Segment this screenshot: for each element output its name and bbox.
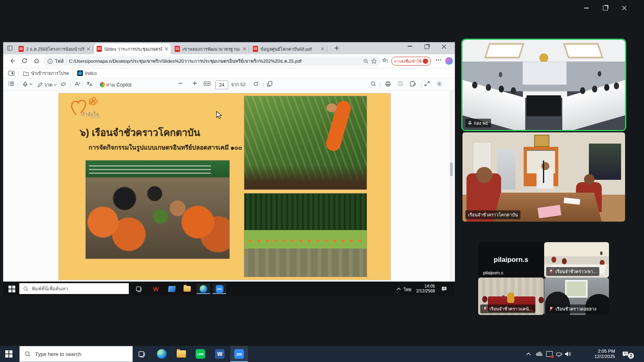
tab-close-icon[interactable] bbox=[165, 47, 168, 51]
highlight-button[interactable] bbox=[22, 81, 33, 87]
chevron-down-icon[interactable] bbox=[29, 82, 33, 86]
tab-close-icon[interactable] bbox=[243, 47, 246, 51]
task-view-button[interactable] bbox=[133, 346, 151, 362]
shared-clock[interactable]: 14:05 2/12/2568 bbox=[416, 284, 435, 293]
browser-tab-2-active[interactable]: Slides วาระการประชุมเกษตรอินทรีย์เข bbox=[94, 43, 171, 54]
video-tile-pilaiporn-camera-off[interactable]: pilaiporn.s pilaiporn.s bbox=[478, 242, 544, 278]
edge-browser-icon bbox=[157, 349, 167, 359]
refresh-button[interactable] bbox=[21, 58, 28, 64]
tab-actions-icon[interactable] bbox=[7, 45, 13, 51]
gear-icon bbox=[436, 81, 442, 87]
tray-expand-button[interactable] bbox=[523, 346, 534, 362]
zoom-out-icon[interactable] bbox=[363, 58, 369, 64]
fullscreen-button[interactable] bbox=[424, 81, 430, 86]
shared-time: 14:05 bbox=[416, 284, 435, 288]
shared-zoom-app-icon[interactable]: zm bbox=[213, 284, 226, 294]
tab-close-icon[interactable] bbox=[87, 47, 90, 51]
shared-edge-icon[interactable] bbox=[196, 284, 210, 294]
plus-icon bbox=[334, 45, 339, 51]
shared-search-placeholder: พิมพ์ที่นี่เพื่อค้นหา bbox=[32, 285, 68, 292]
cloud-icon bbox=[535, 352, 543, 356]
taskbar-time: 2:05 PM bbox=[588, 349, 615, 354]
video-tile-doi-hang[interactable]: เรือนชั่วคราวดอยฮาง bbox=[544, 278, 609, 315]
profile-avatar[interactable] bbox=[445, 57, 453, 65]
scene-tv bbox=[526, 95, 561, 116]
pdf-settings-button[interactable] bbox=[436, 81, 442, 87]
address-bar[interactable]: ไฟล์ C:/Users/pornnapa.n/Desktop/ประชุมเ… bbox=[43, 56, 381, 66]
draw-button[interactable]: วาด bbox=[37, 81, 57, 88]
save-as-button[interactable] bbox=[410, 81, 416, 87]
browser-tab-1[interactable]: 2 ธ.ค.2568โครงการน้อมนำปรัชญาปรั bbox=[16, 43, 93, 54]
translate-icon bbox=[86, 81, 93, 87]
chevron-down-icon[interactable] bbox=[54, 83, 57, 86]
import-favorites-item[interactable]: นำเข้ารายการโปรด bbox=[23, 70, 69, 77]
edge-taskbar-icon[interactable] bbox=[153, 346, 171, 362]
line-taskbar-icon[interactable]: LINE bbox=[192, 346, 209, 362]
shared-language-indicator[interactable]: ไทย bbox=[404, 286, 411, 293]
rotate-button[interactable] bbox=[253, 81, 259, 87]
window-minimize-button[interactable] bbox=[579, 3, 594, 13]
video-tile-kok-ta-ban[interactable]: เรือนจำชั่วคราวโคกตาบัน bbox=[462, 132, 625, 222]
pdf-scrollbar[interactable] bbox=[450, 91, 453, 282]
video-tile-khae-noi[interactable]: เรือนจำชั่วคราวแคน้... bbox=[478, 278, 544, 315]
slide-photo-field-work bbox=[244, 193, 367, 277]
read-aloud-button[interactable] bbox=[74, 81, 80, 87]
shared-start-button[interactable] bbox=[5, 284, 19, 294]
scrollbar-thumb[interactable] bbox=[450, 162, 453, 176]
video-tile-khao[interactable]: เรือนจำชั่วคราวเขา... bbox=[544, 242, 609, 278]
slide-subtitle: การจัดกิจกรรมในรูปแบบเกษตรอินทรีย์ปลอดสา… bbox=[89, 142, 249, 152]
settings-menu-button[interactable] bbox=[436, 59, 441, 61]
back-button[interactable] bbox=[9, 58, 16, 64]
shared-tray-expand[interactable] bbox=[392, 284, 405, 294]
volume-tray-icon[interactable] bbox=[563, 346, 573, 362]
browser-restore-button[interactable] bbox=[425, 45, 429, 49]
browser-tab-4[interactable]: ข้อมูลศูนย์โคกตาบัน68.pdf bbox=[250, 43, 327, 54]
shared-red-w-app-icon[interactable]: W bbox=[149, 284, 163, 294]
avatar bbox=[445, 57, 453, 65]
word-taskbar-icon[interactable]: W bbox=[211, 346, 229, 362]
sidebar-icon[interactable] bbox=[8, 70, 14, 76]
favorite-indico[interactable]: Indico bbox=[77, 70, 97, 76]
fit-width-button[interactable] bbox=[204, 81, 211, 86]
window-restore-button[interactable] bbox=[598, 3, 613, 13]
zoom-out-button[interactable] bbox=[178, 81, 183, 86]
home-button[interactable] bbox=[33, 58, 40, 64]
translate-button[interactable] bbox=[86, 81, 93, 87]
erase-button[interactable] bbox=[60, 81, 66, 87]
shared-search-box[interactable]: พิมพ์ที่นี่เพื่อค้นหา bbox=[19, 283, 129, 294]
shared-task-view-button[interactable] bbox=[132, 284, 146, 294]
zoom-taskbar-icon[interactable]: zm bbox=[230, 346, 248, 362]
file-explorer-taskbar-icon[interactable] bbox=[172, 346, 190, 362]
shared-action-center[interactable] bbox=[437, 284, 451, 294]
shared-file-explorer-icon[interactable] bbox=[180, 284, 194, 294]
taskbar-clock[interactable]: 2:05 PM 12/2/2025 bbox=[588, 349, 615, 359]
shared-blue-app-icon[interactable] bbox=[165, 284, 179, 294]
favorite-star-icon[interactable] bbox=[371, 58, 377, 64]
tab-close-icon[interactable] bbox=[321, 47, 324, 51]
browser-tab-3[interactable]: เขาพลองการพัฒนามาตรฐานเกษตรอิน bbox=[172, 43, 249, 54]
window-close-button[interactable] bbox=[617, 3, 632, 13]
eraser-icon bbox=[60, 81, 66, 87]
new-tab-button[interactable] bbox=[334, 45, 339, 51]
page-view-button[interactable] bbox=[266, 81, 273, 87]
browser-close-button[interactable] bbox=[442, 44, 446, 49]
ask-copilot-button[interactable]: ถาม Copilot bbox=[100, 81, 132, 88]
scene-attendees bbox=[482, 296, 487, 302]
browser-minimize-button[interactable] bbox=[408, 46, 412, 47]
scene-person-head bbox=[584, 174, 594, 185]
signin-button[interactable]: การลงชื่อเข้าใช้ bbox=[391, 57, 431, 66]
page-number-input[interactable]: 24 bbox=[215, 80, 228, 89]
start-button[interactable] bbox=[0, 346, 18, 362]
toc-button[interactable] bbox=[8, 81, 14, 86]
collections-icon[interactable] bbox=[382, 58, 388, 64]
scene-centerpiece bbox=[507, 292, 514, 303]
muted-mic-icon bbox=[483, 306, 487, 311]
video-tile-active-speaker[interactable]: กอง พธ bbox=[462, 40, 625, 130]
onedrive-tray-icon[interactable] bbox=[534, 346, 544, 362]
taskbar-search-box[interactable]: Type here to search bbox=[19, 346, 133, 362]
search-document-button[interactable] bbox=[370, 81, 376, 87]
sync-tray-icon[interactable] bbox=[544, 346, 555, 362]
print-button[interactable] bbox=[385, 81, 391, 87]
zoom-in-button[interactable] bbox=[192, 81, 197, 86]
print-icon bbox=[385, 81, 391, 87]
